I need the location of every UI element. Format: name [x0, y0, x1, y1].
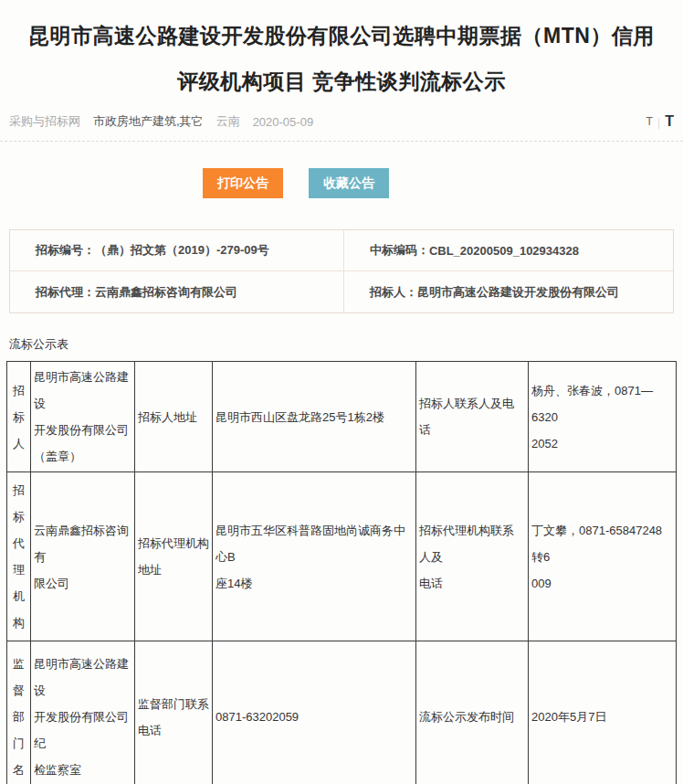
- agency-address-value-cell: 昆明市五华区科普路固地尚诚商务中心B 座14楼: [213, 472, 416, 641]
- tenderer-label: 招标人：: [370, 284, 417, 301]
- supervisor-phone-label-cell: 监督部门联系 电话: [135, 641, 213, 784]
- publish-time-value-cell: 2020年5月7日: [529, 641, 677, 784]
- flow-table-caption: 流标公示表: [9, 336, 683, 353]
- supervisor-name-cell: 昆明市高速公路建设 开发股份有限公司纪 检监察室: [31, 641, 135, 784]
- tenderer-value: 昆明市高速公路建设开发股份有限公司: [417, 284, 619, 301]
- tenderer-contact-label-cell: 招标人联系人及电话: [416, 362, 529, 472]
- tenderer-address-label-cell: 招标人地址: [135, 362, 213, 472]
- tenderer-contact-value-cell: 杨舟、张春波，0871—6320 2052: [529, 362, 677, 472]
- publish-time-label-cell: 流标公示发布时间: [416, 641, 529, 784]
- table-row: 监督部门名 昆明市高速公路建设 开发股份有限公司纪 检监察室 监督部门联系 电话…: [7, 641, 677, 784]
- award-code-cell: 中标编码： CBL_20200509_102934328: [344, 230, 673, 271]
- row-header-tenderer: 招标人: [7, 362, 31, 472]
- award-code-label: 中标编码：: [370, 242, 429, 259]
- meta-row: 采购与招标网 市政房地产建筑,其它 云南 2020-05-09 T | T: [9, 113, 674, 130]
- tenderer-name-cell: 昆明市高速公路建设 开发股份有限公司 （盖章）: [31, 362, 135, 472]
- tenderer-address-value-cell: 昆明市西山区盘龙路25号1栋2楼: [213, 362, 416, 472]
- table-row: 招标代理机构 云南鼎鑫招标咨询有 限公司 招标代理机构 地址 昆明市五华区科普路…: [7, 472, 677, 641]
- action-buttons: 打印公告 收藏公告: [0, 168, 683, 198]
- table-row: 招标人 昆明市高速公路建设 开发股份有限公司 （盖章） 招标人地址 昆明市西山区…: [7, 362, 677, 472]
- bid-agent-cell: 招标代理： 云南鼎鑫招标咨询有限公司: [10, 271, 344, 313]
- bid-number-label: 招标编号：: [36, 242, 95, 259]
- favorite-announcement-button[interactable]: 收藏公告: [309, 168, 389, 198]
- publish-date: 2020-05-09: [253, 115, 314, 129]
- row-header-agency: 招标代理机构: [7, 472, 31, 641]
- bid-number-cell: 招标编号： （鼎）招文第（2019）-279-09号: [10, 230, 344, 271]
- agency-contact-value-cell: 丁文攀，0871-65847248转6 009: [529, 472, 677, 641]
- dashed-divider: [0, 141, 683, 142]
- bid-info-box: 招标编号： （鼎）招文第（2019）-279-09号 中标编码： CBL_202…: [9, 229, 674, 313]
- award-code-value: CBL_20200509_102934328: [429, 244, 579, 258]
- agency-contact-label-cell: 招标代理机构联系人及 电话: [416, 472, 529, 641]
- font-larger-button[interactable]: T: [665, 113, 674, 130]
- page-title: 昆明市高速公路建设开发股份有限公司选聘中期票据（MTN）信用评级机构项目 竞争性…: [27, 13, 656, 104]
- bid-agent-value: 云南鼎鑫招标咨询有限公司: [95, 284, 237, 301]
- agency-address-label-cell: 招标代理机构 地址: [135, 472, 213, 641]
- tenderer-cell: 招标人： 昆明市高速公路建设开发股份有限公司: [344, 271, 673, 313]
- font-smaller-button[interactable]: T: [646, 115, 652, 128]
- bid-agent-label: 招标代理：: [36, 284, 95, 301]
- category-link[interactable]: 市政房地产建筑,其它: [93, 113, 204, 130]
- print-announcement-button[interactable]: 打印公告: [203, 168, 283, 198]
- supervisor-phone-value-cell: 0871-63202059: [213, 641, 416, 784]
- agency-name-cell: 云南鼎鑫招标咨询有 限公司: [31, 472, 135, 641]
- font-size-controls: T | T: [646, 113, 674, 130]
- source-site-link[interactable]: 采购与招标网: [9, 113, 80, 130]
- bid-number-value: （鼎）招文第（2019）-279-09号: [95, 242, 269, 259]
- font-control-divider: |: [657, 115, 660, 129]
- flow-publicity-table: 招标人 昆明市高速公路建设 开发股份有限公司 （盖章） 招标人地址 昆明市西山区…: [6, 361, 677, 784]
- region-link[interactable]: 云南: [216, 113, 240, 130]
- row-header-supervisor: 监督部门名: [7, 641, 31, 784]
